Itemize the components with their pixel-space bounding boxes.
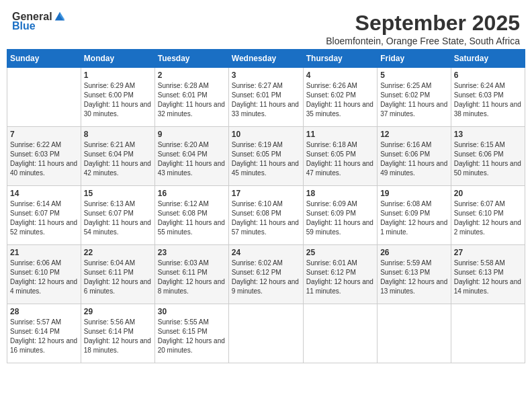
calendar-cell: 9Sunrise: 6:20 AMSunset: 6:04 PMDaylight… (154, 127, 228, 186)
day-info: Sunrise: 6:13 AMSunset: 6:07 PMDaylight:… (84, 200, 151, 236)
calendar-cell: 6Sunrise: 6:24 AMSunset: 6:03 PMDaylight… (451, 68, 525, 127)
day-number: 23 (158, 248, 226, 257)
calendar-cell: 5Sunrise: 6:25 AMSunset: 6:02 PMDaylight… (378, 68, 451, 127)
day-info: Sunrise: 6:04 AMSunset: 6:11 PMDaylight:… (84, 259, 151, 295)
day-info: Sunrise: 6:12 AMSunset: 6:08 PMDaylight:… (158, 200, 225, 236)
calendar-cell: 24Sunrise: 6:02 AMSunset: 6:12 PMDayligh… (228, 245, 303, 304)
weekday-header-tuesday: Tuesday (154, 50, 228, 68)
weekday-header-sunday: Sunday (7, 50, 81, 68)
logo-text-blue: Blue (12, 20, 36, 32)
calendar-cell: 2Sunrise: 6:28 AMSunset: 6:01 PMDaylight… (154, 68, 228, 127)
day-number: 4 (306, 71, 374, 80)
day-number: 27 (454, 248, 522, 257)
weekday-header-monday: Monday (81, 50, 154, 68)
day-info: Sunrise: 6:20 AMSunset: 6:04 PMDaylight:… (158, 141, 225, 177)
day-info: Sunrise: 6:02 AMSunset: 6:12 PMDaylight:… (232, 259, 299, 295)
calendar-cell: 17Sunrise: 6:10 AMSunset: 6:08 PMDayligh… (228, 186, 303, 245)
day-info: Sunrise: 6:01 AMSunset: 6:12 PMDaylight:… (306, 259, 373, 295)
day-number: 1 (84, 71, 152, 80)
day-number: 15 (84, 189, 152, 198)
weekday-header-wednesday: Wednesday (228, 50, 303, 68)
day-number: 12 (380, 130, 448, 139)
week-row-1: 1Sunrise: 6:29 AMSunset: 6:00 PMDaylight… (7, 68, 525, 127)
calendar-cell: 14Sunrise: 6:14 AMSunset: 6:07 PMDayligh… (7, 186, 81, 245)
day-info: Sunrise: 6:10 AMSunset: 6:08 PMDaylight:… (232, 200, 299, 236)
weekday-header-thursday: Thursday (303, 50, 377, 68)
calendar-cell: 11Sunrise: 6:18 AMSunset: 6:05 PMDayligh… (303, 127, 377, 186)
day-number: 21 (10, 248, 78, 257)
day-number: 22 (84, 248, 152, 257)
day-info: Sunrise: 6:03 AMSunset: 6:11 PMDaylight:… (158, 259, 225, 295)
day-number: 6 (454, 71, 522, 80)
day-number: 25 (306, 248, 374, 257)
day-info: Sunrise: 6:29 AMSunset: 6:00 PMDaylight:… (84, 82, 151, 118)
day-number: 14 (10, 189, 78, 198)
day-info: Sunrise: 5:59 AMSunset: 6:13 PMDaylight:… (380, 259, 447, 295)
day-number: 18 (306, 189, 374, 198)
day-info: Sunrise: 6:21 AMSunset: 6:04 PMDaylight:… (84, 141, 151, 177)
calendar-table: SundayMondayTuesdayWednesdayThursdayFrid… (7, 49, 525, 363)
calendar-cell: 16Sunrise: 6:12 AMSunset: 6:08 PMDayligh… (154, 186, 228, 245)
day-number: 8 (84, 130, 152, 139)
week-row-3: 14Sunrise: 6:14 AMSunset: 6:07 PMDayligh… (7, 186, 525, 245)
month-title: September 2025 (326, 11, 520, 36)
calendar-cell: 30Sunrise: 5:55 AMSunset: 6:15 PMDayligh… (154, 304, 228, 363)
day-info: Sunrise: 5:58 AMSunset: 6:13 PMDaylight:… (454, 259, 521, 295)
day-number: 7 (10, 130, 78, 139)
calendar-cell (303, 304, 377, 363)
day-info: Sunrise: 6:06 AMSunset: 6:10 PMDaylight:… (10, 259, 77, 295)
logo-icon (54, 11, 66, 23)
day-number: 5 (380, 71, 448, 80)
day-number: 16 (158, 189, 226, 198)
day-number: 11 (306, 130, 374, 139)
day-info: Sunrise: 6:08 AMSunset: 6:09 PMDaylight:… (380, 200, 447, 236)
day-number: 26 (380, 248, 448, 257)
calendar-cell: 23Sunrise: 6:03 AMSunset: 6:11 PMDayligh… (154, 245, 228, 304)
calendar-cell (228, 304, 303, 363)
day-number: 17 (232, 189, 300, 198)
calendar-cell: 27Sunrise: 5:58 AMSunset: 6:13 PMDayligh… (451, 245, 525, 304)
calendar-cell: 12Sunrise: 6:16 AMSunset: 6:06 PMDayligh… (378, 127, 451, 186)
header: General Blue September 2025 Bloemfontein… (7, 7, 525, 46)
day-info: Sunrise: 5:57 AMSunset: 6:14 PMDaylight:… (10, 318, 77, 354)
calendar-cell: 20Sunrise: 6:07 AMSunset: 6:10 PMDayligh… (451, 186, 525, 245)
day-info: Sunrise: 6:27 AMSunset: 6:01 PMDaylight:… (232, 82, 299, 118)
day-info: Sunrise: 6:28 AMSunset: 6:01 PMDaylight:… (158, 82, 225, 118)
day-info: Sunrise: 6:19 AMSunset: 6:05 PMDaylight:… (232, 141, 299, 177)
day-number: 30 (158, 307, 226, 316)
day-number: 10 (232, 130, 300, 139)
weekday-header-friday: Friday (378, 50, 451, 68)
day-info: Sunrise: 6:09 AMSunset: 6:09 PMDaylight:… (306, 200, 373, 236)
calendar-cell: 13Sunrise: 6:15 AMSunset: 6:06 PMDayligh… (451, 127, 525, 186)
day-info: Sunrise: 5:55 AMSunset: 6:15 PMDaylight:… (158, 318, 225, 354)
day-number: 3 (232, 71, 300, 80)
calendar-cell (7, 68, 81, 127)
day-info: Sunrise: 6:14 AMSunset: 6:07 PMDaylight:… (10, 200, 77, 236)
day-info: Sunrise: 6:25 AMSunset: 6:02 PMDaylight:… (380, 82, 447, 118)
day-info: Sunrise: 6:16 AMSunset: 6:06 PMDaylight:… (380, 141, 447, 177)
weekday-header-saturday: Saturday (451, 50, 525, 68)
calendar-cell: 21Sunrise: 6:06 AMSunset: 6:10 PMDayligh… (7, 245, 81, 304)
calendar-cell: 19Sunrise: 6:08 AMSunset: 6:09 PMDayligh… (378, 186, 451, 245)
calendar-cell: 7Sunrise: 6:22 AMSunset: 6:03 PMDaylight… (7, 127, 81, 186)
calendar-cell: 22Sunrise: 6:04 AMSunset: 6:11 PMDayligh… (81, 245, 154, 304)
calendar-cell: 10Sunrise: 6:19 AMSunset: 6:05 PMDayligh… (228, 127, 303, 186)
calendar-cell: 18Sunrise: 6:09 AMSunset: 6:09 PMDayligh… (303, 186, 377, 245)
calendar-cell: 1Sunrise: 6:29 AMSunset: 6:00 PMDaylight… (81, 68, 154, 127)
calendar-cell: 4Sunrise: 6:26 AMSunset: 6:02 PMDaylight… (303, 68, 377, 127)
day-info: Sunrise: 6:18 AMSunset: 6:05 PMDaylight:… (306, 141, 373, 177)
day-info: Sunrise: 6:26 AMSunset: 6:02 PMDaylight:… (306, 82, 373, 118)
day-number: 19 (380, 189, 448, 198)
day-info: Sunrise: 5:56 AMSunset: 6:14 PMDaylight:… (84, 318, 151, 354)
calendar-cell: 28Sunrise: 5:57 AMSunset: 6:14 PMDayligh… (7, 304, 81, 363)
day-number: 2 (158, 71, 226, 80)
title-section: September 2025 Bloemfontein, Orange Free… (326, 11, 520, 46)
calendar-cell: 8Sunrise: 6:21 AMSunset: 6:04 PMDaylight… (81, 127, 154, 186)
week-row-5: 28Sunrise: 5:57 AMSunset: 6:14 PMDayligh… (7, 304, 525, 363)
day-number: 29 (84, 307, 152, 316)
week-row-2: 7Sunrise: 6:22 AMSunset: 6:03 PMDaylight… (7, 127, 525, 186)
day-number: 24 (232, 248, 300, 257)
calendar-cell: 29Sunrise: 5:56 AMSunset: 6:14 PMDayligh… (81, 304, 154, 363)
day-number: 9 (158, 130, 226, 139)
calendar-cell (451, 304, 525, 363)
